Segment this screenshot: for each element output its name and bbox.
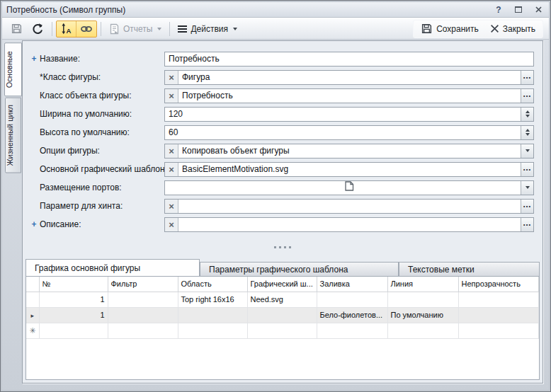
- field-input[interactable]: × …: [164, 180, 534, 195]
- grid-cell[interactable]: 1: [39, 307, 108, 323]
- bottom-tab-parametry-graficheskogo-shablona[interactable]: Параметры графического шаблона: [200, 262, 399, 276]
- grid-column-header[interactable]: Линия: [387, 277, 458, 292]
- help-button[interactable]: ?: [494, 5, 504, 15]
- grid-cell[interactable]: [458, 307, 539, 323]
- grid-cell[interactable]: По умолчанию: [387, 307, 458, 323]
- link-toggle[interactable]: [76, 21, 96, 37]
- clear-value-button[interactable]: ×: [165, 218, 178, 231]
- close-window-button[interactable]: [533, 5, 543, 15]
- maximize-button[interactable]: [513, 5, 523, 15]
- chevron-down-icon: [233, 28, 237, 30]
- window-title: Потребность (Символ группы): [6, 5, 125, 15]
- ellipsis-button[interactable]: …: [521, 71, 533, 84]
- field-value[interactable]: Копировать объект фигуры: [178, 144, 521, 158]
- reports-button[interactable]: Отчеты: [105, 21, 166, 38]
- actions-button[interactable]: Действия: [174, 21, 242, 38]
- row-indicator-cell[interactable]: [26, 292, 39, 307]
- refresh-icon: [31, 23, 44, 35]
- clear-value-button[interactable]: ×: [165, 144, 178, 158]
- grid-cell[interactable]: [178, 307, 247, 323]
- field-value[interactable]: [178, 200, 521, 213]
- grid-cell[interactable]: [178, 323, 247, 338]
- field-value[interactable]: Потребность: [165, 52, 533, 66]
- bottom-tab-grafika-osnovnoj-figury[interactable]: Графика основной фигуры: [25, 259, 200, 276]
- field-input[interactable]: × Потребность …: [164, 52, 534, 67]
- ellipsis-button[interactable]: …: [521, 89, 533, 103]
- spin-up-icon: [526, 129, 530, 132]
- grid-cell[interactable]: [247, 307, 317, 323]
- ellipsis-button[interactable]: …: [521, 200, 533, 213]
- field-value[interactable]: 60: [165, 126, 521, 139]
- field-row-osnovnoj-graficheskij-shablon: Основной графический шаблон : × BasicEle…: [28, 161, 534, 177]
- expander-plus-icon[interactable]: +: [28, 54, 40, 64]
- field-input[interactable]: × Копировать объект фигуры …: [164, 144, 534, 158]
- grid-cell[interactable]: Бело-фиолетов...: [317, 307, 387, 323]
- field-label: *Класс фигуры:: [40, 72, 164, 82]
- dropdown-button[interactable]: [521, 181, 533, 195]
- spinner-buttons[interactable]: [521, 108, 533, 121]
- field-input[interactable]: × 60 …: [164, 125, 534, 140]
- field-row-parametr-dlya-hinta: Параметр для хинта: × …: [28, 198, 534, 214]
- side-tab-osnovnye[interactable]: Основные: [4, 42, 22, 96]
- close-button[interactable]: Закрыть: [486, 21, 540, 38]
- field-value[interactable]: Фигура: [178, 71, 521, 84]
- auto-height-toggle[interactable]: A: [57, 21, 76, 37]
- row-indicator-cell[interactable]: ▸: [26, 307, 39, 323]
- grid-cell[interactable]: [317, 292, 387, 307]
- grid-column-header[interactable]: Область: [178, 277, 247, 292]
- field-value[interactable]: Потребность: [178, 89, 521, 103]
- grid-cell[interactable]: [247, 323, 317, 338]
- save-and-keep-button[interactable]: Сохранить: [416, 21, 483, 38]
- grid-container: №ФильтрОбластьГрафический ш...ЗаливкаЛин…: [25, 276, 540, 380]
- grid-cell[interactable]: [458, 323, 539, 338]
- table-row[interactable]: ▸1Бело-фиолетов...По умолчанию: [26, 307, 539, 323]
- expander-plus-icon[interactable]: +: [28, 219, 40, 229]
- grid-column-header[interactable]: Фильтр: [108, 277, 178, 292]
- field-input[interactable]: × 120 …: [164, 107, 534, 122]
- refresh-button[interactable]: [27, 21, 48, 38]
- dropdown-button[interactable]: [521, 144, 533, 158]
- grid-cell[interactable]: [39, 323, 108, 338]
- grid-cell[interactable]: [108, 307, 178, 323]
- field-value[interactable]: [178, 218, 521, 231]
- clear-value-button[interactable]: ×: [165, 89, 178, 103]
- clear-value-button[interactable]: ×: [165, 163, 178, 176]
- grid-cell[interactable]: [458, 292, 539, 307]
- save-icon: [11, 23, 23, 35]
- save-button[interactable]: [6, 21, 27, 38]
- field-value[interactable]: 120: [165, 108, 521, 121]
- ellipsis-button[interactable]: …: [521, 163, 533, 176]
- side-tab-zhiznennyj-cikl[interactable]: Жизненный цикл: [5, 98, 21, 173]
- grid-column-header[interactable]: Заливка: [317, 277, 387, 292]
- table-row[interactable]: 1Top right 16x16Need.svg: [26, 292, 539, 307]
- grid-column-header[interactable]: Графический ш...: [247, 277, 317, 292]
- field-input[interactable]: × …: [164, 217, 534, 232]
- field-input[interactable]: × Фигура …: [164, 70, 534, 85]
- grid-column-header[interactable]: Непрозрачность: [458, 277, 539, 292]
- clear-value-button[interactable]: ×: [165, 200, 178, 213]
- field-input[interactable]: × BasicElementMotivation.svg …: [164, 162, 534, 177]
- field-row-vysota-po-umolchaniyu: Высота по умолчанию: × 60 …: [28, 125, 534, 140]
- field-value[interactable]: [165, 181, 521, 195]
- close-icon: [490, 24, 499, 33]
- grid-cell[interactable]: [108, 292, 178, 307]
- grid-cell[interactable]: [108, 323, 178, 338]
- field-label: Высота по умолчанию:: [40, 127, 164, 137]
- grid-cell[interactable]: [387, 323, 458, 338]
- field-input[interactable]: × …: [164, 199, 534, 214]
- splitter-handle[interactable]: [23, 235, 543, 259]
- bottom-tab-tekstovye-metki[interactable]: Текстовые метки: [399, 262, 540, 276]
- field-value[interactable]: BasicElementMotivation.svg: [178, 163, 521, 176]
- spinner-buttons[interactable]: [521, 126, 533, 139]
- table-row[interactable]: ✳: [26, 323, 539, 338]
- field-input[interactable]: × Потребность …: [164, 88, 534, 103]
- row-indicator-cell[interactable]: ✳: [26, 323, 39, 338]
- grid-cell[interactable]: Top right 16x16: [178, 292, 247, 307]
- grid-cell[interactable]: 1: [39, 292, 108, 307]
- grid-cell[interactable]: [317, 323, 387, 338]
- grid-cell[interactable]: Need.svg: [247, 292, 317, 307]
- clear-value-button[interactable]: ×: [165, 71, 178, 84]
- grid-column-header[interactable]: №: [39, 277, 108, 292]
- grid-cell[interactable]: [387, 292, 458, 307]
- ellipsis-button[interactable]: …: [521, 218, 533, 231]
